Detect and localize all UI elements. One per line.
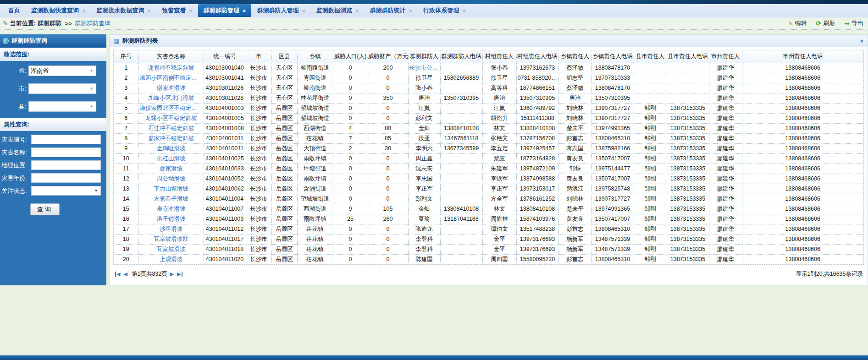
pagination-first-button[interactable]: ◀ xyxy=(115,272,120,277)
tab-close-icon[interactable]: × xyxy=(189,8,193,14)
attribute-field-input[interactable] xyxy=(31,147,101,157)
tab-item-5[interactable]: 群测群防管理× xyxy=(198,4,252,17)
table-cell: 刘晓林 xyxy=(558,194,592,204)
tab-close-icon[interactable]: × xyxy=(302,8,305,14)
edit-button[interactable]: ✎ 编辑 xyxy=(788,19,807,27)
disaster-name-link[interactable]: 上观滑坡 xyxy=(138,254,204,264)
attention-status-select[interactable]: ▾ xyxy=(31,186,101,196)
tab-item-6[interactable]: 群测群防人管理× xyxy=(251,4,311,17)
column-header: 区县 xyxy=(271,50,297,63)
disaster-name-link[interactable]: 方家巷子滑坡 xyxy=(138,194,204,204)
pagination-next-button[interactable]: ▶ xyxy=(170,272,174,277)
disaster-name-link[interactable]: 扒杠山滑坡 xyxy=(138,153,204,164)
tab-close-icon[interactable]: × xyxy=(243,8,246,14)
tab-close-icon[interactable]: × xyxy=(355,8,359,14)
table-cell xyxy=(440,194,482,204)
table-cell: 望城坡街道 xyxy=(297,113,333,123)
disaster-name-link[interactable]: 石佳冲不稳定斜坡 xyxy=(138,123,204,133)
table-cell: 0 xyxy=(333,174,368,184)
chevron-down-icon[interactable]: ▾ xyxy=(88,85,95,92)
disaster-name-link[interactable]: 庵寺冲滑坡 xyxy=(138,204,204,214)
attribute-field-input[interactable] xyxy=(31,173,101,183)
tab-close-icon[interactable]: × xyxy=(409,8,413,14)
tab-close-icon[interactable]: × xyxy=(82,8,86,14)
disaster-name-link[interactable]: 下力山塘滑坡 xyxy=(138,184,204,194)
disaster-name-link[interactable]: 谢家冲滑坡 xyxy=(138,83,204,93)
table-cell: 0 xyxy=(368,224,408,234)
data-table-wrap: 序号灾害点名称统一编号市区县乡镇威胁人口(人)威胁财产（万元）群测群防人群测群防… xyxy=(113,50,864,265)
region-select-2[interactable]: ▾ xyxy=(28,83,96,94)
table-cell: 张小春 xyxy=(408,83,440,93)
table-cell: 徐卫星 xyxy=(482,73,516,83)
table-cell: 13873153335 xyxy=(667,204,709,214)
table-cell: 13507417007 xyxy=(592,214,634,224)
table-cell: 13873153335 xyxy=(667,254,709,264)
table-cell: 岳麓区 xyxy=(271,103,297,113)
attribute-field-input[interactable] xyxy=(31,160,101,170)
tab-item-7[interactable]: 监测数据浏览× xyxy=(311,4,365,17)
table-cell: 0 xyxy=(368,254,408,264)
table-cell: 0 xyxy=(333,73,368,83)
table-cell: 15802656889 xyxy=(440,73,482,83)
table-cell xyxy=(634,63,667,73)
table-cell: 桂花坪街道 xyxy=(297,93,333,103)
table-cell: 廖建华 xyxy=(709,254,742,264)
chevron-collapse-icon[interactable]: » xyxy=(859,39,866,42)
table-cell: 13973176693 xyxy=(516,234,558,244)
search-button[interactable]: 查询 xyxy=(30,203,60,215)
pagination-last-button[interactable]: ▶ xyxy=(177,272,182,277)
tab-item-8[interactable]: 群测群防统计× xyxy=(365,4,418,17)
disaster-name-link[interactable]: 瓦室坡滑坡群 xyxy=(138,234,204,244)
table-cell xyxy=(634,93,667,103)
disaster-name-link[interactable]: 曾家滑坡 xyxy=(138,164,204,174)
region-select-1[interactable]: 湖南省▾ xyxy=(28,65,96,76)
disaster-name-link[interactable]: 九峰小区北门滑坡 xyxy=(138,93,204,103)
attribute-field-input[interactable] xyxy=(31,135,101,144)
disaster-name-link[interactable]: 谢家冲不稳定斜坡 xyxy=(138,63,204,73)
disaster-name-link[interactable]: 湘仪家园北区不稳定斜坡 xyxy=(138,103,204,113)
table-cell: 16 xyxy=(114,214,138,224)
table-row: 18瓦室坡滑坡群430104011017长沙市岳麓区莲花镇00李登科 金平139… xyxy=(114,234,863,244)
table-cell: 14 xyxy=(114,194,138,204)
disaster-name-link[interactable]: 沙坪滑坡 xyxy=(138,224,204,234)
table-cell: 0 xyxy=(333,254,368,264)
chevron-down-icon[interactable]: ▾ xyxy=(88,67,95,74)
table-row: 5湘仪家园北区不稳定斜坡430104001003长沙市岳麓区望城坡街道00江岚 … xyxy=(114,103,863,113)
tab-item-3[interactable]: 监测流水数据查询× xyxy=(91,4,157,17)
table-cell xyxy=(667,63,709,73)
refresh-button[interactable]: ⟳ 刷新 xyxy=(816,19,835,27)
table-cell: 13808468606 xyxy=(742,83,863,93)
tab-item-9[interactable]: 行政体系管理× xyxy=(418,4,471,17)
disaster-name-link[interactable]: 瓦室坡滑坡 xyxy=(138,244,204,254)
export-button[interactable]: ➥ 导出 xyxy=(844,19,863,27)
disaster-name-link[interactable]: 廖家冲不稳定斜坡 xyxy=(138,133,204,143)
table-cell: 430104010011 xyxy=(204,143,246,153)
chevron-down-icon[interactable]: ▾ xyxy=(93,187,100,194)
region-select-3[interactable]: ▾ xyxy=(28,101,96,112)
table-cell: 金灿 xyxy=(408,123,440,133)
tab-item-4[interactable]: 预警查看× xyxy=(156,4,198,17)
disaster-name-link[interactable]: 金鸡咀滑坡 xyxy=(138,143,204,153)
disaster-name-link[interactable]: 港子铺滑坡 xyxy=(138,214,204,224)
tab-item-1[interactable]: 首页 xyxy=(3,4,26,17)
table-cell: 9 xyxy=(114,143,138,153)
pagination-prev-button[interactable]: ◀ xyxy=(123,272,127,277)
breadcrumb-current-page[interactable]: 群测群防查询 xyxy=(75,19,111,27)
table-cell: 0 xyxy=(368,73,408,83)
table-cell: 彭首志 xyxy=(558,254,592,264)
table-cell: 岳麓区 xyxy=(271,244,297,254)
tab-close-icon[interactable]: × xyxy=(462,8,466,14)
tab-close-icon[interactable]: × xyxy=(148,8,151,14)
table-cell: 含浦街道 xyxy=(297,184,333,194)
chevron-down-icon[interactable]: ▾ xyxy=(88,103,95,110)
disaster-name-link[interactable]: 周公坳滑坡 xyxy=(138,174,204,184)
disaster-name-link[interactable]: 龙蟠小区不稳定斜坡 xyxy=(138,113,204,123)
region-select-row-1: 省:湖南省▾ xyxy=(0,65,106,76)
tab-item-2[interactable]: 监测数据快速查询× xyxy=(26,4,91,17)
table-row: 12周公坳滑坡430104010052长沙市岳麓区雨敞坪镇00李忠国 李铁军13… xyxy=(114,174,863,184)
table-cell: 430104001008 xyxy=(204,123,246,133)
table-cell: 邹刚 xyxy=(634,143,667,153)
table-cell: 15580095220 xyxy=(516,254,558,264)
table-cell: 长沙市 xyxy=(246,153,271,164)
disaster-name-link[interactable]: 湘园小区南侧不稳定斜坡 xyxy=(138,73,204,83)
